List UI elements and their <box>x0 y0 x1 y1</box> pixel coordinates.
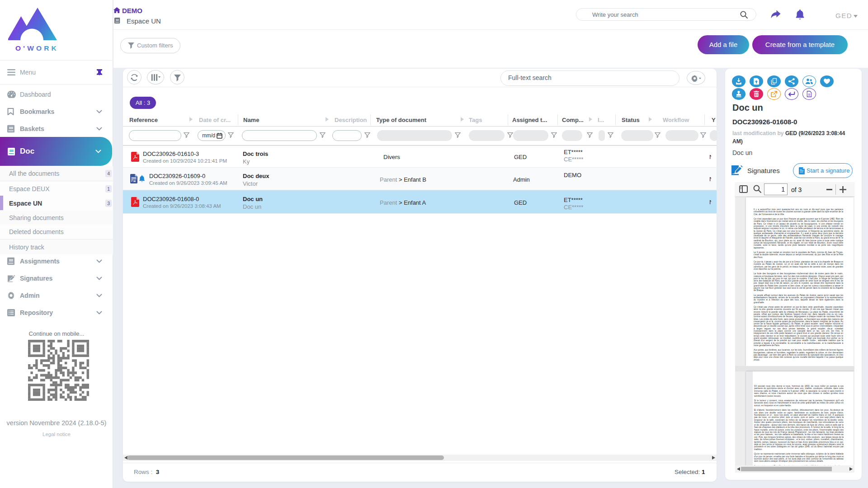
svg-text:w: w <box>133 179 136 183</box>
svg-text:O'WORK: O'WORK <box>15 44 59 52</box>
